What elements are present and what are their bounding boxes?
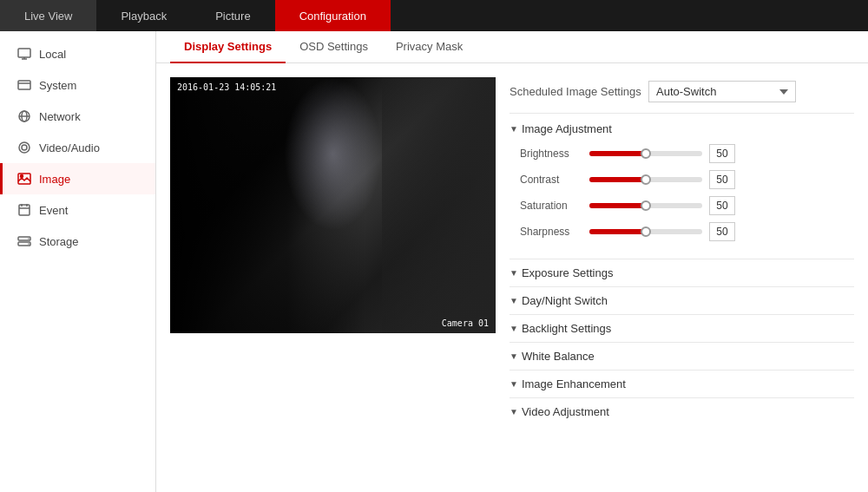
- video-adjustment-title: Video Adjustment: [522, 405, 609, 418]
- nav-configuration[interactable]: Configuration: [275, 0, 391, 31]
- image-enhancement-title: Image Enhancement: [522, 377, 626, 390]
- svg-rect-0: [18, 49, 30, 57]
- saturation-slider-container: 50: [589, 196, 854, 215]
- contrast-fill: [589, 177, 646, 182]
- backlight-chevron-icon: ▼: [510, 324, 518, 333]
- white-balance-chevron-icon: ▼: [510, 351, 518, 361]
- backlight-title: Backlight Settings: [522, 322, 611, 335]
- exposure-header[interactable]: ▼ Exposure Settings: [510, 259, 854, 286]
- tab-display-settings[interactable]: Display Settings: [170, 31, 286, 63]
- content-area: Display Settings OSD Settings Privacy Ma…: [156, 31, 868, 492]
- camera-preview: 2016-01-23 14:05:21 Camera 01: [170, 77, 496, 333]
- backlight-section: ▼ Backlight Settings: [510, 314, 854, 342]
- camera-timestamp: 2016-01-23 14:05:21: [177, 82, 276, 92]
- day-night-chevron-icon: ▼: [510, 296, 518, 305]
- brightness-row: Brightness 50: [520, 144, 854, 163]
- svg-point-19: [28, 243, 30, 245]
- sidebar-label-local: Local: [39, 48, 66, 61]
- main-layout: Local System Network: [0, 31, 868, 492]
- scheduled-image-label: Scheduled Image Settings: [510, 85, 648, 98]
- video-audio-icon: [16, 140, 32, 155]
- sidebar-label-event: Event: [39, 204, 68, 217]
- white-balance-header[interactable]: ▼ White Balance: [510, 343, 854, 370]
- video-adjustment-section: ▼ Video Adjustment: [510, 397, 854, 425]
- content-body: 2016-01-23 14:05:21 Camera 01 Scheduled …: [156, 63, 868, 439]
- white-balance-title: White Balance: [522, 350, 595, 363]
- svg-rect-12: [19, 205, 30, 215]
- svg-point-9: [19, 142, 30, 153]
- contrast-value[interactable]: 50: [709, 170, 735, 189]
- tab-osd-settings[interactable]: OSD Settings: [286, 31, 382, 63]
- sharpness-track[interactable]: [589, 229, 702, 234]
- image-adjustment-header[interactable]: ▼ Image Adjustment: [510, 117, 854, 141]
- sidebar-label-image: Image: [39, 173, 70, 186]
- svg-point-11: [21, 175, 23, 178]
- video-adjustment-chevron-icon: ▼: [510, 407, 518, 417]
- contrast-row: Contrast 50: [520, 170, 854, 189]
- nav-playback[interactable]: Playback: [96, 0, 191, 31]
- camera-image: 2016-01-23 14:05:21 Camera 01: [170, 77, 496, 333]
- image-enhancement-section: ▼ Image Enhancement: [510, 370, 854, 397]
- sidebar-item-system[interactable]: System: [0, 69, 155, 101]
- chevron-down-icon: ▼: [510, 124, 518, 134]
- day-night-title: Day/Night Switch: [522, 294, 608, 307]
- saturation-value[interactable]: 50: [709, 196, 735, 215]
- saturation-fill: [589, 203, 646, 208]
- contrast-track[interactable]: [589, 177, 702, 182]
- scheduled-image-select[interactable]: Auto-Switch Scheduled Manual: [648, 81, 796, 102]
- camera-label: Camera 01: [442, 318, 489, 328]
- tab-bar: Display Settings OSD Settings Privacy Ma…: [156, 31, 868, 63]
- storage-icon: [16, 233, 32, 249]
- sidebar-item-event[interactable]: Event: [0, 194, 155, 226]
- adjustment-rows: Brightness 50 Contrast: [510, 141, 854, 252]
- brightness-slider-container: 50: [589, 144, 854, 163]
- saturation-thumb: [641, 200, 651, 211]
- sidebar-label-video-audio: Video/Audio: [39, 141, 100, 154]
- nav-picture[interactable]: Picture: [191, 0, 274, 31]
- image-enhancement-header[interactable]: ▼ Image Enhancement: [510, 371, 854, 397]
- scheduled-image-row: Scheduled Image Settings Auto-Switch Sch…: [510, 81, 854, 102]
- sharpness-row: Sharpness 50: [520, 222, 854, 241]
- sidebar-item-storage[interactable]: Storage: [0, 226, 155, 257]
- saturation-row: Saturation 50: [520, 196, 854, 215]
- saturation-track[interactable]: [589, 203, 702, 208]
- image-icon: [16, 171, 32, 187]
- settings-panel: Scheduled Image Settings Auto-Switch Sch…: [510, 77, 854, 425]
- nav-live-view[interactable]: Live View: [0, 0, 96, 31]
- svg-point-18: [28, 238, 30, 239]
- sidebar-item-video-audio[interactable]: Video/Audio: [0, 132, 155, 163]
- saturation-label: Saturation: [520, 200, 589, 212]
- image-adjustment-section: ▼ Image Adjustment Brightness: [510, 113, 854, 259]
- svg-point-8: [22, 145, 27, 150]
- tab-privacy-mask[interactable]: Privacy Mask: [382, 31, 477, 63]
- sidebar-item-image[interactable]: Image: [0, 163, 155, 194]
- sidebar-item-local[interactable]: Local: [0, 38, 155, 69]
- system-icon: [16, 77, 32, 93]
- sidebar-item-network[interactable]: Network: [0, 101, 155, 132]
- brightness-track[interactable]: [589, 151, 702, 156]
- brightness-fill: [589, 151, 646, 156]
- exposure-section: ▼ Exposure Settings: [510, 259, 854, 286]
- image-enhancement-chevron-icon: ▼: [510, 379, 518, 389]
- contrast-thumb: [641, 174, 651, 185]
- overlay-bright: [284, 77, 382, 231]
- sidebar-label-storage: Storage: [39, 235, 79, 248]
- image-adjustment-title: Image Adjustment: [522, 122, 612, 135]
- video-adjustment-header[interactable]: ▼ Video Adjustment: [510, 398, 854, 425]
- day-night-header[interactable]: ▼ Day/Night Switch: [510, 287, 854, 314]
- sharpness-fill: [589, 229, 646, 234]
- sharpness-slider-container: 50: [589, 222, 854, 241]
- svg-rect-3: [18, 81, 30, 89]
- sharpness-label: Sharpness: [520, 226, 589, 238]
- backlight-header[interactable]: ▼ Backlight Settings: [510, 315, 854, 342]
- contrast-label: Contrast: [520, 174, 589, 186]
- brightness-label: Brightness: [520, 148, 589, 160]
- brightness-value[interactable]: 50: [709, 144, 735, 163]
- sharpness-value[interactable]: 50: [709, 222, 735, 241]
- exposure-chevron-icon: ▼: [510, 268, 518, 278]
- top-navigation: Live View Playback Picture Configuration: [0, 0, 868, 31]
- brightness-thumb: [641, 148, 651, 159]
- monitor-icon: [16, 46, 32, 62]
- white-balance-section: ▼ White Balance: [510, 342, 854, 370]
- day-night-section: ▼ Day/Night Switch: [510, 286, 854, 314]
